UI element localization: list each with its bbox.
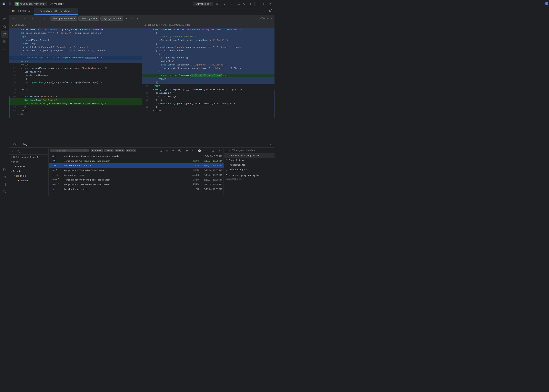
- git-tree-local[interactable]: ▾ Local: [9, 159, 49, 164]
- undo-btn[interactable]: ↩: [190, 148, 196, 154]
- sidebar-icon-folder[interactable]: [1, 16, 8, 23]
- git-file-item-1[interactable]: ⬡ FriendsForEachGroupList.tsx: [224, 153, 274, 158]
- highlight-words-chevron-icon: ▾: [120, 18, 121, 20]
- diff-right-code[interactable]: <div className="flex flex-row rounded-md…: [142, 28, 275, 141]
- git-tree-remote-master[interactable]: ★ master: [9, 178, 49, 183]
- minimize-button[interactable]: –: [256, 1, 261, 7]
- history-btn[interactable]: 🕐: [197, 148, 202, 154]
- date-filter-btn[interactable]: Date ▾: [115, 149, 125, 152]
- project-selector[interactable]: NF nova210se_frontend ▾: [14, 1, 47, 6]
- git-tab-git[interactable]: Git: [10, 141, 20, 147]
- expand-icon: ▾: [11, 156, 12, 158]
- git-tree-origin[interactable]: ▾ origin: [9, 174, 49, 178]
- log-search-btn[interactable]: 🔍: [177, 148, 182, 154]
- git-log-row[interactable]: Merge branch 'feat-leave-chat' into 'mas…: [49, 182, 224, 187]
- commit-date: 5/13/24, 11:24 PM: [200, 165, 222, 167]
- tab-notify-button[interactable]: [267, 9, 273, 14]
- user-button[interactable]: [236, 1, 241, 7]
- run-button[interactable]: ▶: [215, 1, 220, 7]
- git-panel: Git Log ⋮ ✕ ‹: [9, 141, 274, 196]
- nav-back-button[interactable]: ←: [31, 16, 35, 21]
- show-changes-btn[interactable]: 👁: [171, 148, 176, 154]
- commit-author: 罗绍玮: [185, 183, 199, 186]
- git-log-row[interactable]: Merge branch 'fix-unalign' into 'master'…: [49, 168, 224, 173]
- git-tree-head[interactable]: ▾ HEAD (Current Branch): [9, 155, 49, 159]
- git-close-button[interactable]: ✕: [267, 142, 273, 147]
- tsx-icon-1: ⬡: [226, 154, 227, 157]
- sidebar-icon-settings-bottom[interactable]: [1, 188, 8, 195]
- git-tree-master-local[interactable]: ★ master: [9, 164, 49, 169]
- git-log-row[interactable]: feat: temporary toast for receiving mess…: [49, 154, 224, 159]
- git-tree-search-button[interactable]: [16, 149, 21, 154]
- nav-down-button[interactable]: ↓: [17, 16, 21, 21]
- tab-more-button[interactable]: ⋯: [261, 9, 267, 14]
- sidebar-icon-debug[interactable]: [1, 173, 8, 180]
- filter-more-btn[interactable]: ›: [137, 148, 143, 154]
- more-menu-button[interactable]: ⋮: [229, 1, 234, 7]
- git-log-row[interactable]: fix: unaligned input sswybd 5/13/24, 11:…: [49, 173, 224, 177]
- file-selector[interactable]: Current File ▾: [194, 2, 213, 6]
- commit-msg: fix: unaligned input: [63, 174, 183, 176]
- refresh-btn[interactable]: [158, 148, 163, 154]
- sidebar-icon-bookmark[interactable]: [1, 181, 8, 188]
- git-tree-collapse-button[interactable]: ‹: [11, 149, 14, 154]
- sidebar-icon-extensions[interactable]: [1, 38, 8, 45]
- git-file-item-3[interactable]: ⬡ FriendsPage.tsx: [224, 162, 274, 167]
- debug-button[interactable]: ⚙: [222, 1, 227, 7]
- tab-readme[interactable]: M+ README.md: [9, 8, 34, 15]
- view-mode-dropdown[interactable]: Side-by-side viewer ▾: [50, 16, 77, 21]
- readme-tab-icon: M+: [12, 10, 15, 12]
- branch-selector[interactable]: master ▾: [49, 2, 65, 6]
- git-file-item-4[interactable]: ⬡ GroupSetting.tsx: [224, 167, 274, 172]
- svg-point-7: [244, 3, 245, 5]
- git-log-row-selected[interactable]: feat: Friend page UI again ajax 5/13/24,…: [49, 163, 224, 168]
- tags-btn[interactable]: 🏷: [203, 148, 208, 154]
- menu-icon[interactable]: ☰: [8, 1, 12, 7]
- rebase-btn[interactable]: ⇄: [184, 148, 190, 154]
- expand-diff-button[interactable]: ⊞: [130, 16, 134, 21]
- branch-filter-btn[interactable]: Branch ▾: [91, 149, 103, 152]
- git-log-row[interactable]: fix: friend page resize Bill 5/13/24, 10…: [49, 187, 224, 191]
- sidebar-icon-search[interactable]: [1, 23, 8, 30]
- sidebar-icon-run[interactable]: [1, 166, 8, 173]
- edit-source-button[interactable]: ✎: [22, 16, 27, 21]
- nav-fwd-button[interactable]: →: [36, 16, 41, 21]
- diff-toolbar: ↑ ↓ ✎ ← → □ Side-by-side viewer ▾ Do not…: [9, 15, 274, 22]
- close-button[interactable]: ✕: [267, 1, 273, 7]
- file-name-4: GroupSetting.tsx: [229, 168, 247, 171]
- case-icon: Cc: [85, 149, 88, 152]
- diff-help-button[interactable]: ?: [141, 16, 145, 21]
- close-diff-button[interactable]: ✕: [124, 16, 129, 21]
- git-tab-log[interactable]: Log: [20, 141, 30, 147]
- toolbar-sep-2: [48, 17, 48, 21]
- diff-settings-button[interactable]: ⚙: [135, 16, 140, 21]
- paths-filter-btn[interactable]: Paths ▾: [126, 149, 136, 152]
- tab-diff-close[interactable]: ✕: [74, 10, 75, 12]
- cherry-pick-btn[interactable]: ⚇: [164, 148, 170, 154]
- highlight-words-dropdown[interactable]: Highlight words ▾: [100, 16, 123, 21]
- git-file-item-2[interactable]: ⬡ FriendsList.tsx: [224, 158, 274, 162]
- git-log-row[interactable]: Merge branch 'fix-friend-page' into 'mas…: [49, 177, 224, 182]
- tab-diff[interactable]: ↔ Repository Diff: FriendsFor... ✕: [34, 8, 78, 15]
- search-button[interactable]: [242, 1, 247, 7]
- user-filter-btn[interactable]: User ▾: [104, 149, 113, 152]
- sidebar-icon-more[interactable]: ⋯: [1, 45, 8, 53]
- nav-up-button[interactable]: ↑: [11, 16, 16, 21]
- view-source-button[interactable]: □: [42, 16, 46, 21]
- code-line-added: <div className="mx-6 mt-2">: [9, 98, 142, 102]
- diff-left-code[interactable]: div className="p-1 font-medium" style={{…: [9, 28, 142, 141]
- maximize-button[interactable]: □: [261, 1, 267, 7]
- expand-log-btn[interactable]: ⊞: [210, 148, 216, 154]
- code-line: /* Padding when not default*/: [142, 35, 275, 38]
- close-log-btn[interactable]: ✕: [217, 148, 222, 154]
- ignore-mode-dropdown[interactable]: Do not ignore ▾: [78, 16, 99, 21]
- svg-point-39: [54, 165, 56, 166]
- git-search-input[interactable]: [54, 150, 82, 152]
- git-log-row[interactable]: Merge branch 'ui_friend_page' into 'mast…: [49, 159, 224, 163]
- git-tree-remote[interactable]: ▾ Remote: [9, 169, 49, 174]
- left-highlight-block2: </span>: [9, 60, 142, 63]
- git-more-button[interactable]: ⋮: [261, 142, 267, 147]
- sidebar-icon-git[interactable]: [1, 31, 8, 38]
- settings-button[interactable]: [248, 1, 253, 7]
- commit-msg: Merge branch 'feat-leave-chat' into 'mas…: [63, 183, 183, 186]
